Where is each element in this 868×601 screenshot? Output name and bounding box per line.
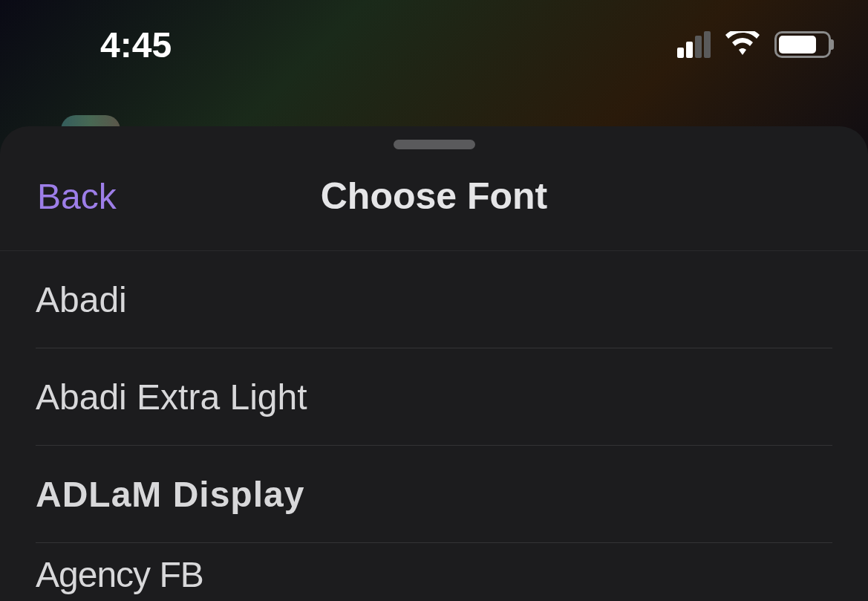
font-picker-sheet: Back Choose Font Abadi Abadi Extra Light… [0,126,868,601]
font-row-abadi-extra-light[interactable]: Abadi Extra Light [36,348,832,446]
font-name-label: Abadi [36,279,127,320]
wifi-icon [724,31,761,58]
status-bar: 4:45 [0,0,868,89]
cellular-signal-icon [677,31,711,58]
font-list[interactable]: Abadi Abadi Extra Light ADLaM Display Ag… [0,251,868,595]
back-button[interactable]: Back [37,175,117,216]
font-row-agency-fb[interactable]: Agency FB [36,543,832,595]
font-name-label: Agency FB [36,554,203,595]
page-title: Choose Font [321,175,548,218]
font-row-adlam-display[interactable]: ADLaM Display [36,446,832,543]
battery-icon [774,31,831,58]
font-row-abadi[interactable]: Abadi [36,251,832,348]
font-name-label: Abadi Extra Light [36,377,307,418]
status-icons [677,31,831,58]
font-name-label: ADLaM Display [36,474,304,515]
nav-bar: Back Choose Font [0,126,868,251]
status-time: 4:45 [100,25,172,65]
